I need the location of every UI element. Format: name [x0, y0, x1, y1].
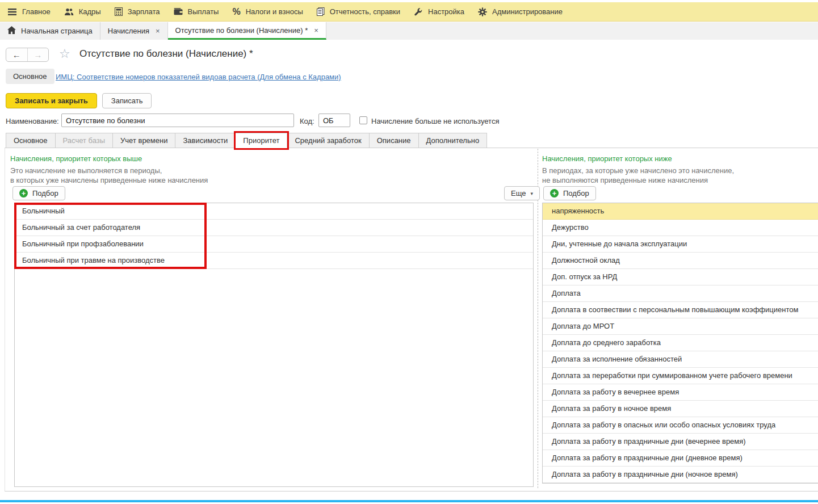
menu-item-glavnoe[interactable]: Главное	[7, 7, 51, 16]
home-icon	[7, 26, 16, 36]
menu-item-label: Отчетность, справки	[330, 7, 400, 16]
forward-button[interactable]: →	[28, 48, 49, 61]
list-item[interactable]: Дни, учтенные до начала эксплуатации	[543, 236, 818, 253]
percent-icon: %	[232, 7, 240, 17]
favorite-star-icon[interactable]: ☆	[59, 47, 70, 61]
tab-home-page[interactable]: Начальная страница	[0, 22, 100, 40]
tab-dopolnitelno[interactable]: Дополнительно	[419, 133, 488, 148]
tab-nachisleniya[interactable]: Начисления ×	[100, 22, 168, 40]
people-icon	[64, 8, 74, 16]
list-item[interactable]: Больничный за счет работодателя	[15, 220, 533, 236]
menu-item-label: Налоги и взносы	[246, 7, 303, 16]
top-menu-bar: Главное Кадры Зарплата Выплаты % Налоги …	[0, 2, 818, 22]
tab-sredniy-zarabotok[interactable]: Средний заработок	[287, 133, 369, 148]
list-item[interactable]: Должностной оклад	[543, 253, 818, 269]
menu-item-nalogi[interactable]: % Налоги и взносы	[232, 7, 303, 17]
tab-otsutstvie-po-bolezni[interactable]: Отсутствие по болезни (Начисление) * ×	[168, 22, 326, 40]
plus-icon: +	[19, 189, 28, 198]
list-item[interactable]: Больничный	[15, 203, 533, 220]
right-pick-button-label: Подбор	[563, 189, 589, 198]
higher-priority-list: Больничный Больничный за счет работодате…	[14, 203, 534, 487]
tab-raschet-bazy: Расчет базы	[56, 133, 114, 148]
tab-opisanie[interactable]: Описание	[370, 133, 419, 148]
tab-zavisimosti[interactable]: Зависимости	[175, 133, 236, 148]
list-item[interactable]: Доплата за работу в ночное время	[543, 401, 818, 417]
right-panel-description-line1: В периодах, за которые уже начислено это…	[542, 166, 734, 175]
save-and-close-button[interactable]: Записать и закрыть	[6, 93, 97, 108]
list-item[interactable]: Больничный при травме на производстве	[15, 253, 533, 269]
name-input[interactable]	[61, 114, 294, 127]
right-panel-description-line2: не выполняются приведенные ниже начислен…	[542, 176, 708, 184]
bottom-status-divider	[0, 500, 818, 502]
list-item[interactable]: Доплата за исполнение обязанностей	[543, 351, 818, 368]
chevron-down-icon: ▾	[530, 191, 533, 196]
list-item[interactable]: Доплата за работу в праздничные дни (веч…	[543, 434, 818, 450]
menu-item-label: Настройка	[428, 7, 464, 16]
list-item[interactable]: Больничный при профзаболевании	[15, 236, 533, 253]
form-tab-strip: Основное Расчет базы Учет времени Зависи…	[6, 133, 487, 148]
menu-item-label: Кадры	[79, 7, 101, 16]
calculator-icon	[115, 7, 123, 16]
report-icon	[317, 7, 325, 16]
window-tab-label: Начисления	[108, 27, 149, 35]
close-icon[interactable]: ×	[313, 26, 318, 35]
history-nav-group: ← →	[6, 48, 49, 62]
hamburger-icon	[7, 8, 17, 16]
list-item-selected[interactable]: напряженность	[543, 203, 818, 220]
left-panel-description-line2: в которых уже начислены приведенные ниже…	[10, 176, 208, 184]
list-item[interactable]: Дежурство	[543, 220, 818, 236]
plus-icon: +	[550, 189, 559, 198]
menu-item-label: Администрирование	[492, 7, 563, 16]
left-pick-button[interactable]: + Подбор	[12, 186, 65, 200]
imc-link[interactable]: ИМЦ: Соответствие номеров показателей ви…	[56, 73, 341, 81]
list-item[interactable]: Доплата до МРОТ	[543, 318, 818, 335]
list-item[interactable]: Доплата за работу в праздничные дни (дне…	[543, 450, 818, 467]
back-button[interactable]: ←	[6, 48, 28, 61]
home-tab-label: Начальная страница	[21, 27, 93, 35]
not-used-checkbox[interactable]	[359, 116, 367, 124]
lower-priority-list: напряженность Дежурство Дни, учтенные до…	[542, 203, 818, 484]
menu-item-vyplaty[interactable]: Выплаты	[174, 7, 219, 16]
code-input[interactable]	[318, 114, 350, 127]
gear-icon	[478, 7, 487, 16]
list-item[interactable]: Доплата за работу в опасных или особо оп…	[543, 417, 818, 434]
menu-item-nastroyka[interactable]: Настройка	[414, 7, 464, 16]
tab-uchet-vremeni[interactable]: Учет времени	[113, 133, 175, 148]
menu-item-otchetnost[interactable]: Отчетность, справки	[317, 7, 400, 16]
left-pick-button-label: Подбор	[32, 189, 58, 198]
left-panel-header: Начисления, приоритет которых выше	[10, 154, 142, 163]
left-more-button[interactable]: Еще ▾	[504, 186, 540, 200]
left-more-button-label: Еще	[511, 189, 526, 198]
close-icon[interactable]: ×	[154, 27, 160, 35]
list-item[interactable]: Доплата за работу в вечернее время	[543, 384, 818, 401]
left-panel-description-line1: Это начисление не выполняется в периоды,	[10, 166, 162, 175]
osnovnoe-section-button[interactable]: Основное	[6, 69, 54, 84]
menu-item-zarplata[interactable]: Зарплата	[115, 7, 160, 16]
menu-item-kadry[interactable]: Кадры	[64, 7, 101, 16]
save-button[interactable]: Записать	[102, 93, 152, 108]
code-label: Код:	[300, 117, 314, 125]
list-item[interactable]: Доплата	[543, 285, 818, 302]
list-item[interactable]: Доп. отпуск за НРД	[543, 269, 818, 285]
list-item[interactable]: Доплата в соотвествии с персональным пов…	[543, 302, 818, 318]
command-bar: Записать и закрыть Записать	[6, 93, 152, 108]
menu-item-administrirovanie[interactable]: Администрирование	[478, 7, 563, 16]
list-item[interactable]: Доплата до среднего заработка	[543, 335, 818, 351]
wallet-icon	[174, 8, 183, 15]
window-tab-bar: Начальная страница Начисления × Отсутств…	[0, 22, 818, 40]
list-item[interactable]: Доплата за переработки при суммированном…	[543, 368, 818, 384]
menu-item-label: Выплаты	[188, 7, 219, 16]
right-panel-header: Начисления, приоритет которых ниже	[542, 154, 672, 163]
menu-item-label: Главное	[22, 7, 51, 16]
tab-osnovnoe[interactable]: Основное	[6, 133, 56, 148]
page-title: Отсутствие по болезни (Начисление) *	[79, 48, 253, 60]
name-label: Наименование:	[6, 117, 59, 125]
wrench-icon	[414, 7, 423, 16]
menu-item-label: Зарплата	[128, 7, 160, 16]
right-pick-button[interactable]: + Подбор	[543, 186, 596, 200]
list-item[interactable]: Доплата за работу в праздничные дни (ноч…	[543, 467, 818, 483]
not-used-checkbox-label: Начисление больше не используется	[371, 117, 499, 125]
tab-prioritet[interactable]: Приоритет	[236, 133, 287, 148]
window-tab-label: Отсутствие по болезни (Начисление) *	[175, 26, 308, 35]
